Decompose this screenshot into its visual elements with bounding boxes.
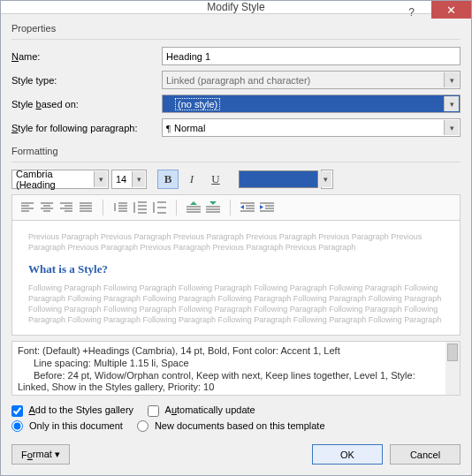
svg-marker-47 <box>260 205 263 209</box>
align-center-button[interactable] <box>37 199 57 216</box>
pilcrow-icon: ¶ <box>166 123 171 133</box>
chevron-down-icon[interactable]: ▾ <box>132 171 145 187</box>
increase-indent-button[interactable] <box>257 199 277 216</box>
preview-prev-text: Previous Paragraph Previous Paragraph Pr… <box>28 231 444 253</box>
line-spacing-1-button[interactable] <box>110 199 130 216</box>
following-select[interactable]: ¶ Normal ▾ <box>162 118 461 137</box>
space-before-down-button[interactable] <box>203 199 223 216</box>
chevron-down-icon[interactable]: ▾ <box>94 171 107 187</box>
color-swatch[interactable] <box>239 170 318 188</box>
properties-heading: Properties <box>11 23 461 34</box>
align-justify-button[interactable] <box>76 199 95 216</box>
only-doc-radio[interactable]: Only in this document <box>11 420 123 433</box>
auto-update-checkbox[interactable]: Automatically update <box>148 404 255 417</box>
chevron-down-icon[interactable]: ▾ <box>444 120 459 135</box>
svg-marker-42 <box>240 205 244 209</box>
style-type-select: Linked (paragraph and character) ▾ <box>162 71 461 89</box>
font-size-select[interactable]: 14 ▾ <box>111 170 147 189</box>
line-spacing-15-button[interactable] <box>130 199 149 216</box>
underline-button[interactable]: U <box>205 170 226 189</box>
style-type-label: Style type: <box>11 75 162 86</box>
italic-button[interactable]: I <box>181 170 202 189</box>
cancel-button[interactable]: Cancel <box>390 444 461 465</box>
style-type-value: Linked (paragraph and character) <box>166 75 310 86</box>
help-button[interactable]: ? <box>392 4 431 21</box>
formatting-heading: Formatting <box>11 146 461 156</box>
preview-following-text: Following Paragraph Following Paragraph … <box>28 283 444 326</box>
description-box: Font: (Default) +Headings (Cambria), 14 … <box>11 341 461 396</box>
paragraph-toolbar <box>11 194 461 221</box>
format-button[interactable]: Format ▾ <box>11 444 70 465</box>
space-before-up-button[interactable] <box>184 199 203 216</box>
modify-style-dialog: Modify Style ? ✕ Properties Name: Style … <box>0 0 472 476</box>
ok-button[interactable]: OK <box>312 444 383 465</box>
scrollbar[interactable] <box>445 342 460 395</box>
add-gallery-checkbox[interactable]: Add to the Styles gallery <box>11 404 133 417</box>
preview-sample-text: What is a Style? <box>28 261 444 277</box>
color-dropdown[interactable]: ▾ <box>321 170 333 189</box>
font-family-select[interactable]: Cambria (Heading ▾ <box>11 170 109 189</box>
align-left-button[interactable] <box>18 199 37 216</box>
chevron-down-icon[interactable]: ▾ <box>444 96 459 111</box>
bold-button[interactable]: B <box>157 170 179 189</box>
chevron-down-icon: ▾ <box>444 72 459 87</box>
line-spacing-2-button[interactable] <box>149 199 169 216</box>
svg-marker-33 <box>190 201 197 205</box>
new-docs-radio[interactable]: New documents based on this template <box>137 420 325 433</box>
based-on-value: (no style) <box>175 98 220 110</box>
based-on-select[interactable]: (no style) ▾ <box>162 94 461 113</box>
following-value: Normal <box>174 123 205 133</box>
based-on-label: Style based on: <box>11 99 162 110</box>
name-label: Name: <box>11 51 162 62</box>
decrease-indent-button[interactable] <box>238 199 257 216</box>
titlebar: Modify Style ? ✕ <box>1 1 471 14</box>
name-input[interactable] <box>162 47 461 65</box>
following-label: Style for following paragraph: <box>11 123 162 133</box>
svg-marker-37 <box>209 201 217 205</box>
align-right-button[interactable] <box>57 199 76 216</box>
chevron-down-icon[interactable]: ▾ <box>319 171 331 187</box>
close-button[interactable]: ✕ <box>431 1 471 19</box>
preview-pane: Previous Paragraph Previous Paragraph Pr… <box>11 221 461 336</box>
